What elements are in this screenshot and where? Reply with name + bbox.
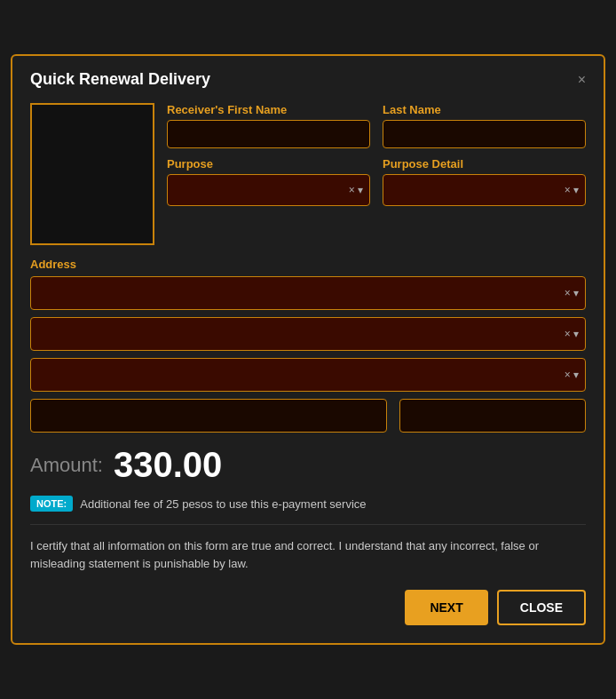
last-name-label: Last Name bbox=[383, 103, 586, 116]
purpose-label: Purpose bbox=[167, 157, 370, 171]
address-select-2[interactable] bbox=[30, 317, 586, 351]
address-select-wrapper-2 bbox=[30, 317, 586, 351]
amount-value: 330.00 bbox=[114, 445, 222, 485]
first-name-group: Receiver's First Name bbox=[167, 103, 370, 148]
address-label: Address bbox=[30, 258, 586, 271]
first-name-label: Receiver's First Name bbox=[167, 103, 370, 116]
address-select-wrapper-1 bbox=[30, 276, 586, 310]
address-select-3[interactable] bbox=[30, 358, 586, 392]
name-fields: Receiver's First Name Last Name Purpose bbox=[167, 103, 586, 245]
close-button[interactable]: CLOSE bbox=[497, 590, 586, 625]
note-section: NOTE: Additional fee of 25 pesos to use … bbox=[30, 496, 586, 525]
purpose-detail-select-wrapper bbox=[383, 174, 586, 206]
address-select-wrapper-3 bbox=[30, 358, 586, 392]
photo-box bbox=[30, 103, 154, 245]
last-name-group: Last Name bbox=[383, 103, 586, 148]
purpose-group: Purpose bbox=[167, 157, 370, 206]
purpose-detail-group: Purpose Detail bbox=[383, 157, 586, 206]
note-badge: NOTE: bbox=[30, 496, 73, 512]
last-name-input[interactable] bbox=[383, 120, 586, 148]
amount-label: Amount: bbox=[30, 454, 103, 477]
zip-input[interactable] bbox=[399, 399, 586, 433]
top-section: Receiver's First Name Last Name Purpose bbox=[30, 103, 586, 245]
footer-buttons: NEXT CLOSE bbox=[30, 590, 586, 625]
purpose-row: Purpose Purpose Detail bbox=[167, 157, 586, 206]
modal-close-icon[interactable]: × bbox=[578, 73, 586, 87]
modal-header: Quick Renewal Delivery × bbox=[30, 70, 586, 89]
first-name-input[interactable] bbox=[167, 120, 370, 148]
modal-title: Quick Renewal Delivery bbox=[30, 70, 210, 89]
quick-renewal-modal: Quick Renewal Delivery × Receiver's Firs… bbox=[11, 54, 605, 645]
street-input[interactable] bbox=[30, 399, 387, 433]
address-row-3 bbox=[30, 358, 586, 392]
purpose-select[interactable] bbox=[167, 174, 370, 206]
address-row-2 bbox=[30, 317, 586, 351]
address-select-1[interactable] bbox=[30, 276, 586, 310]
certify-text: I certify that all information on this f… bbox=[30, 537, 586, 572]
purpose-detail-label: Purpose Detail bbox=[383, 157, 586, 171]
amount-section: Amount: 330.00 bbox=[30, 445, 586, 485]
name-row: Receiver's First Name Last Name bbox=[167, 103, 586, 148]
address-section: Address bbox=[30, 258, 586, 433]
zip-row bbox=[30, 399, 586, 433]
note-text: Additional fee of 25 pesos to use this e… bbox=[80, 497, 366, 511]
next-button[interactable]: NEXT bbox=[405, 590, 487, 625]
purpose-select-wrapper bbox=[167, 174, 370, 206]
purpose-detail-select[interactable] bbox=[383, 174, 586, 206]
address-row-1 bbox=[30, 276, 586, 310]
